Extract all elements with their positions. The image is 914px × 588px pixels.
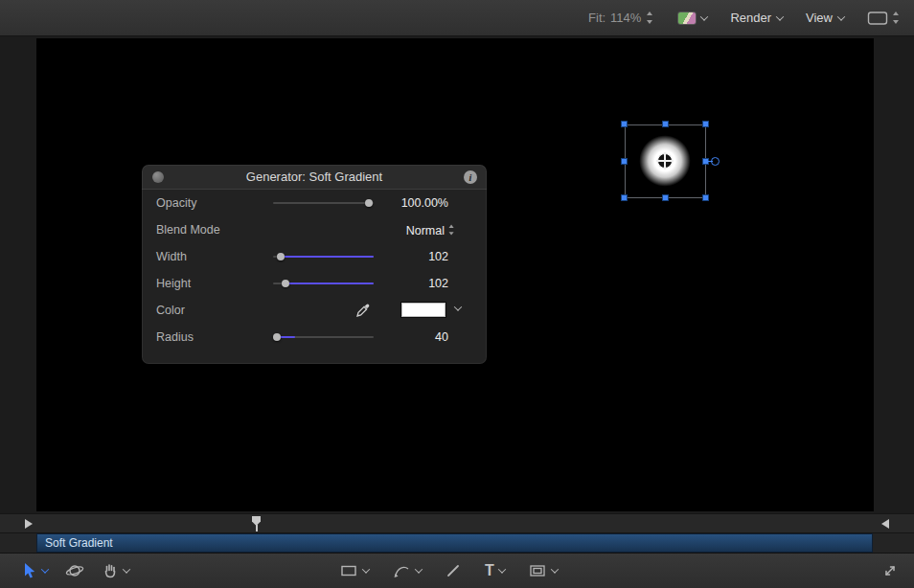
out-point-marker[interactable] xyxy=(881,519,889,529)
radius-slider[interactable] xyxy=(273,331,374,343)
selection-handle-bottom-right[interactable] xyxy=(702,194,709,201)
transform-tools-group xyxy=(21,554,129,588)
anchor-point-icon[interactable] xyxy=(657,153,673,169)
selection-handle-top-left[interactable] xyxy=(621,121,628,127)
slider-handle[interactable] xyxy=(273,333,281,341)
radius-label: Radius xyxy=(156,330,194,344)
chevron-down-icon[interactable] xyxy=(41,565,49,573)
motion-canvas-window: Fit: 114% Render View xyxy=(0,0,914,588)
chevron-down-icon[interactable] xyxy=(415,565,423,573)
width-value[interactable]: 102 xyxy=(428,250,448,263)
height-slider[interactable] xyxy=(273,278,374,289)
height-label: Height xyxy=(156,277,191,290)
radius-value[interactable]: 40 xyxy=(435,330,448,344)
blend-mode-value: Normal xyxy=(406,223,445,237)
canvas-toolbar: Fit: 114% Render View xyxy=(0,0,914,36)
paint-stroke-tool[interactable] xyxy=(445,562,462,579)
brush-stroke-icon xyxy=(445,562,462,579)
bezier-tool[interactable] xyxy=(392,562,422,579)
orbit-icon xyxy=(65,562,84,579)
slider-handle[interactable] xyxy=(277,253,285,260)
display-selector-button[interactable] xyxy=(867,11,901,26)
slider-track xyxy=(273,202,374,204)
hud-title: Generator: Soft Gradient xyxy=(246,170,382,184)
hud-parameter-rows: Opacity 100.00% Blend Mode Normal xyxy=(142,190,487,351)
preview-thumbnail-icon xyxy=(677,11,697,25)
selection-handle-top-center[interactable] xyxy=(662,121,669,127)
selection-handle-bottom-left[interactable] xyxy=(621,194,628,201)
hud-panel: Generator: Soft Gradient i Opacity 100.0… xyxy=(142,165,487,364)
adjust-3d-tool[interactable] xyxy=(65,562,84,579)
pan-tool[interactable] xyxy=(102,562,129,579)
chevron-down-icon xyxy=(700,12,708,20)
creation-tools-group: T xyxy=(339,554,558,588)
selection-handle-top-right[interactable] xyxy=(702,121,709,127)
blend-mode-row: Blend Mode Normal xyxy=(142,216,487,243)
width-slider[interactable] xyxy=(273,251,374,262)
fit-value: 114% xyxy=(610,11,641,25)
hand-icon xyxy=(102,562,119,579)
tools-toolbar: T xyxy=(0,553,914,588)
timeline-layer-soft-gradient[interactable]: Soft Gradient xyxy=(36,533,873,553)
rotation-handle[interactable] xyxy=(711,157,720,166)
preview-thumbnail-dropdown[interactable] xyxy=(677,11,707,25)
shape-tool[interactable] xyxy=(339,562,369,579)
fit-label: Fit: xyxy=(588,11,606,25)
mask-tool[interactable] xyxy=(528,562,558,579)
color-row: Color xyxy=(142,297,487,324)
chevron-down-icon[interactable] xyxy=(362,565,370,573)
render-label: Render xyxy=(730,11,771,25)
playhead-stem xyxy=(256,525,258,531)
playhead[interactable] xyxy=(252,516,261,531)
color-swatch[interactable] xyxy=(400,302,446,318)
canvas-area: Generator: Soft Gradient i Opacity 100.0… xyxy=(0,36,914,513)
stepper-icon xyxy=(646,11,654,25)
opacity-row: Opacity 100.00% xyxy=(142,190,487,216)
radius-row: Radius 40 xyxy=(142,324,487,351)
hud-titlebar[interactable]: Generator: Soft Gradient i xyxy=(142,165,487,190)
view-label: View xyxy=(806,11,833,25)
stepper-icon xyxy=(892,11,901,25)
rectangle-icon xyxy=(339,562,358,579)
height-value[interactable]: 102 xyxy=(428,277,448,290)
stepper-icon xyxy=(448,224,456,237)
select-transform-tool[interactable] xyxy=(21,562,48,579)
in-point-marker[interactable] xyxy=(25,519,33,529)
chevron-down-icon[interactable] xyxy=(123,565,130,573)
arrow-cursor-icon xyxy=(21,562,37,579)
text-tool-icon: T xyxy=(485,563,494,578)
blend-mode-popup[interactable]: Normal xyxy=(406,223,456,237)
chevron-down-icon[interactable] xyxy=(551,565,559,573)
slider-fill xyxy=(286,283,374,284)
blend-mode-label: Blend Mode xyxy=(156,223,220,237)
width-row: Width 102 xyxy=(142,243,487,270)
color-label: Color xyxy=(156,304,185,317)
diagonal-resize-icon xyxy=(881,562,899,579)
chevron-down-icon xyxy=(776,12,784,20)
selection-handle-bottom-center[interactable] xyxy=(662,194,669,201)
slider-handle[interactable] xyxy=(282,280,289,287)
close-button[interactable] xyxy=(152,171,164,183)
selection-handle-mid-left[interactable] xyxy=(621,158,628,165)
pen-icon xyxy=(392,562,411,579)
zoom-fit-control[interactable]: Fit: 114% xyxy=(588,11,654,25)
resize-panel-control[interactable] xyxy=(881,562,899,583)
timeline-layer-strip: Soft Gradient xyxy=(0,533,914,553)
text-tool[interactable]: T xyxy=(485,563,505,578)
opacity-label: Opacity xyxy=(156,196,196,210)
chevron-down-icon xyxy=(837,12,845,20)
eyedropper-icon[interactable] xyxy=(354,302,372,319)
opacity-value[interactable]: 100.00% xyxy=(401,196,448,210)
layer-label: Soft Gradient xyxy=(45,536,113,550)
view-menu-button[interactable]: View xyxy=(806,11,844,25)
mask-rectangle-icon xyxy=(528,562,547,579)
display-icon xyxy=(867,11,888,26)
opacity-slider[interactable] xyxy=(273,197,374,209)
height-row: Height 102 xyxy=(142,270,487,297)
mini-timeline[interactable] xyxy=(0,513,914,533)
chevron-down-icon[interactable] xyxy=(498,565,506,573)
slider-handle[interactable] xyxy=(365,199,373,207)
chevron-down-icon[interactable] xyxy=(454,303,462,310)
render-menu-button[interactable]: Render xyxy=(730,11,783,25)
info-icon[interactable]: i xyxy=(464,170,477,184)
